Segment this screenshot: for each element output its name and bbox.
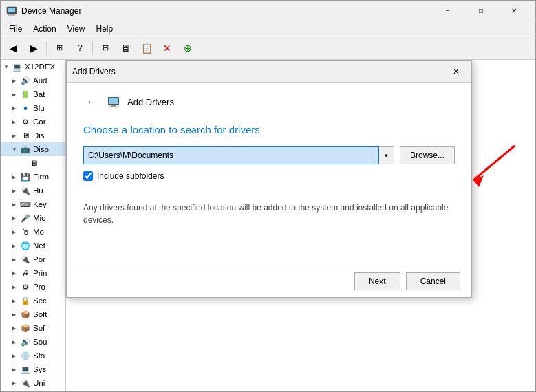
cancel-button[interactable]: Cancel [406,272,460,290]
list-item[interactable]: ▶ ⚙ Pro [1,280,65,294]
toolbar-display[interactable]: 🖥 [116,39,136,58]
minimize-button[interactable]: − [432,1,464,21]
tree-label: Sys [33,365,46,373]
window-close-button[interactable]: ✕ [498,1,530,21]
tree-icon: 🔒 [20,295,31,306]
path-dropdown-button[interactable]: ▾ [379,146,394,164]
tree-label: Aud [33,76,47,85]
tree-icon: 🔌 [20,254,31,265]
list-item[interactable]: ▶ 🔊 Aud [1,74,65,87]
toolbar-update[interactable]: 📋 [137,39,156,58]
list-item[interactable]: ▶ 🔌 Uni [1,376,65,390]
menu-view[interactable]: View [62,23,91,35]
tree-label: Sto [33,351,45,360]
tree-arrow: ▶ [12,298,20,304]
list-item[interactable]: ▼ 📺 Disp [1,142,65,156]
maximize-button[interactable]: □ [465,1,497,21]
list-item[interactable]: ▶ 🖱 Mo [1,225,65,239]
next-button[interactable]: Next [354,272,400,290]
toolbar-back[interactable]: ◀ [3,39,23,58]
tree-icon: 🔌 [20,185,31,196]
list-item[interactable]: ▶ 🖨 Prin [1,266,65,280]
device-tree: ▼ 💻 X12DEX ▶ 🔊 Aud ▶ 🔋 Bat ▶ ● Blu ▶ [1,60,66,391]
list-item[interactable]: ▶ 🔒 Sec [1,294,65,307]
main-panel: Add Drivers ✕ ← [66,60,535,391]
list-item[interactable]: ▶ 🔌 Hu [1,184,65,197]
dialog-page-title: Add Drivers [127,97,174,107]
list-item[interactable]: ▶ 🔊 Sou [1,335,65,349]
title-bar: Device Manager − □ ✕ [1,1,535,21]
toolbar-add[interactable]: ⊕ [178,39,197,58]
toolbar-scan[interactable]: ⊟ [96,39,115,58]
tree-icon: ⚙ [20,116,31,127]
tree-arrow: ▶ [12,243,20,249]
checkbox-row: Include subfolders [83,171,455,181]
list-item[interactable]: ▶ 🔌 USB Connector Managers [1,390,65,391]
list-item[interactable]: ▶ ⌨ Key [1,197,65,211]
toolbar-properties[interactable]: ⊞ [50,39,69,58]
tree-icon: 🔊 [20,75,31,86]
menu-help[interactable]: Help [91,23,119,35]
list-item[interactable]: ▶ 💻 Sys [1,362,65,376]
tree-label: Uni [33,379,45,387]
tree-arrow: ▶ [12,380,20,386]
add-drivers-dialog: Add Drivers ✕ ← [66,60,472,298]
tree-arrow: ▶ [12,105,20,111]
dialog-title: Add Drivers [72,67,447,76]
tree-arrow: ▶ [12,270,20,276]
menu-file[interactable]: File [3,23,28,35]
list-item[interactable]: ▶ 💾 Firm [1,170,65,184]
menu-action[interactable]: Action [28,23,61,35]
list-item[interactable]: ▶ 🔋 Bat [1,87,65,101]
tree-icon: 📦 [20,309,31,320]
list-item[interactable]: ▶ 💿 Sto [1,349,65,362]
include-subfolders-checkbox[interactable] [83,171,93,181]
tree-arrow: ▶ [12,91,20,98]
list-item[interactable]: ▶ 🌐 Net [1,239,65,252]
dialog-footer: Next Cancel [67,265,471,297]
dialog-close-button[interactable]: ✕ [447,63,466,80]
tree-icon: 🖨 [20,268,31,279]
tree-arrow: ▶ [12,133,20,139]
svg-rect-3 [8,14,15,15]
tree-icon: 💿 [20,350,31,361]
main-window: Device Manager − □ ✕ File Action View He… [0,0,536,392]
tree-root-arrow: ▼ [3,64,12,70]
tree-arrow: ▶ [12,312,20,318]
tree-icon: 🔊 [20,336,31,347]
tree-label: Sof [33,324,45,332]
tree-root-label: X12DEX [25,63,55,71]
list-item[interactable]: ▶ ⚙ Cor [1,115,65,129]
list-item[interactable]: ▶ 📦 Soft [1,307,65,321]
tree-arrow: ▶ [12,188,20,194]
tree-arrow: ▶ [12,284,20,290]
toolbar-forward[interactable]: ▶ [24,39,43,58]
list-item[interactable]: ▶ 📦 Sof [1,321,65,335]
tree-arrow: ▶ [12,325,20,331]
list-item[interactable]: ▶ ● Blu [1,101,65,115]
include-subfolders-label[interactable]: Include subfolders [97,171,164,181]
list-item[interactable]: ▶ 🔌 Por [1,252,65,266]
tree-label: Por [33,255,45,263]
svg-line-8 [473,146,515,180]
tree-arrow: ▶ [12,174,20,180]
list-item[interactable]: ▶ 🎤 Mic [1,211,65,225]
list-item[interactable]: 🖥 [1,156,65,170]
browse-button[interactable]: Browse... [400,146,455,164]
path-row: ▾ Browse... [83,146,455,164]
toolbar-uninstall[interactable]: ✕ [158,39,177,58]
tree-icon: 🖥 [20,130,31,141]
list-item[interactable]: ▶ 🖥 Dis [1,129,65,142]
tree-icon: 📦 [20,323,31,334]
dialog-header-row: ← Add Drivers [83,94,455,110]
tree-root[interactable]: ▼ 💻 X12DEX [1,60,65,74]
tree-arrow: ▶ [12,353,20,359]
path-input[interactable] [83,146,379,164]
path-input-wrapper: ▾ [83,146,394,164]
tree-icon: 💾 [20,171,31,182]
dialog-back-button[interactable]: ← [83,94,100,110]
tree-arrow: ▼ [12,146,20,153]
toolbar-help[interactable]: ? [70,39,89,58]
tree-label: Hu [33,186,43,195]
tree-arrow: ▶ [12,339,20,345]
